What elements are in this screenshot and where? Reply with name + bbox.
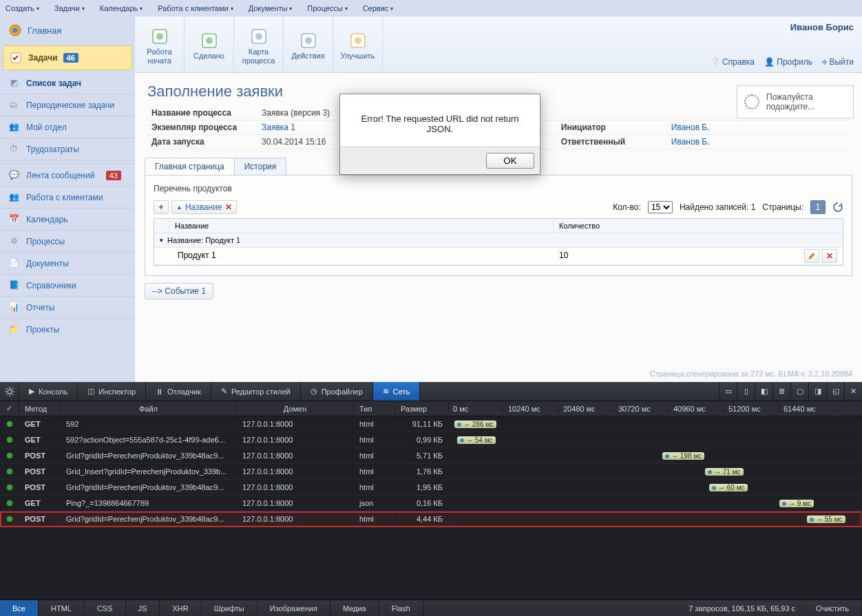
- network-row[interactable]: GETPing?_=1398864667789127.0.0.1:8000jso…: [0, 496, 862, 511]
- filter-изображения[interactable]: Изображения: [257, 600, 330, 616]
- tab-icon: ◫: [87, 387, 94, 396]
- toolbar-button[interactable]: Сделано: [185, 17, 234, 72]
- network-header: ✓ Метод Файл Домен Тип Размер 0 мс10240 …: [0, 401, 862, 416]
- qty-select[interactable]: 15: [648, 201, 673, 213]
- menubar: Создать▾Задачи▾Календарь▾Работа с клиент…: [0, 0, 862, 17]
- sidebar-item[interactable]: 📊Отчеты: [0, 296, 135, 318]
- filter-css[interactable]: CSS: [85, 600, 126, 616]
- clear-button[interactable]: Очистить: [803, 600, 862, 616]
- refresh-icon[interactable]: [832, 202, 843, 213]
- popout-icon[interactable]: ◱: [826, 382, 844, 401]
- split-icon[interactable]: ◨: [808, 382, 826, 401]
- delete-row-button[interactable]: ✕: [822, 249, 837, 263]
- toolbar-button[interactable]: Улучшить: [333, 17, 383, 72]
- sidebar-item[interactable]: ⏱Трудозатраты: [0, 138, 135, 160]
- network-row[interactable]: GET592?actionObject=555a587d-25c1-4f99-a…: [0, 432, 862, 448]
- col-name[interactable]: Название: [169, 219, 554, 233]
- event-button[interactable]: --> Событие 1: [145, 283, 213, 299]
- sort-tag[interactable]: ▲Название✕: [171, 200, 237, 214]
- sidebar-item[interactable]: 💬Лента сообщений43: [0, 164, 135, 186]
- filter-медиа[interactable]: Медиа: [330, 600, 379, 616]
- menu-создать[interactable]: Создать▾: [6, 4, 39, 12]
- col-size[interactable]: Размер: [395, 401, 449, 416]
- network-row[interactable]: POSTGrid_Insert?gridId=PerechenjProdukto…: [0, 464, 862, 480]
- devtools-tab[interactable]: ◫Инспектор: [78, 382, 146, 401]
- sidebar-tile-label: Задачи: [28, 53, 58, 63]
- toolbar-button[interactable]: Карта процесса: [234, 17, 284, 72]
- add-row-button[interactable]: +: [154, 200, 169, 214]
- network-stats: 7 запросов, 106,15 КБ, 65,93 с: [680, 600, 803, 616]
- status-dot: [7, 500, 12, 506]
- status-dot: [7, 453, 12, 458]
- sidebar-label: Список задач: [26, 78, 81, 88]
- ok-button[interactable]: OK: [486, 153, 534, 169]
- dock-icon[interactable]: ▭: [719, 382, 737, 401]
- sidebar-item[interactable]: 📘Справочники: [0, 274, 135, 296]
- sidebar-item[interactable]: 👥Работа с клиентами: [0, 186, 135, 208]
- svg-line-19: [12, 394, 13, 395]
- menu-календарь[interactable]: Календарь▾: [100, 4, 143, 12]
- sidebar-item[interactable]: 👥Мой отдел: [0, 116, 135, 138]
- sidebar-item[interactable]: ⚙Процессы: [0, 230, 135, 252]
- menu-сервис[interactable]: Сервис▾: [363, 4, 394, 12]
- col-type[interactable]: Тип: [354, 401, 395, 416]
- menu-работа с клиентами[interactable]: Работа с клиентами▾: [158, 4, 233, 12]
- filter-html[interactable]: HTML: [39, 600, 85, 616]
- content-tab[interactable]: Главная страница: [145, 158, 235, 175]
- col-domain[interactable]: Домен: [237, 401, 354, 416]
- spinner-icon: [744, 94, 759, 109]
- sidebar-home[interactable]: Главная: [0, 17, 135, 44]
- edit-row-button[interactable]: [804, 249, 819, 263]
- col-status[interactable]: ✓: [0, 401, 19, 416]
- close-devtools-icon[interactable]: ✕: [844, 382, 862, 401]
- help-link[interactable]: ❔ Справка: [710, 57, 755, 67]
- menu-процессы[interactable]: Процессы▾: [307, 4, 347, 12]
- page-footer: Страница сгенерирована за 272 мс. ELMA v…: [650, 370, 852, 378]
- col-file[interactable]: Файл: [61, 401, 237, 416]
- toolbar-button[interactable]: Действия: [284, 17, 333, 72]
- toolbar-button[interactable]: Работа начата: [135, 17, 185, 72]
- filter-шрифты[interactable]: Шрифты: [202, 600, 257, 616]
- network-row[interactable]: GET592127.0.0.1:8000html91,11 КБ→ 286 мс: [0, 416, 862, 432]
- sidebar-tasks-tile[interactable]: Задачи 46: [3, 45, 132, 70]
- gear-icon[interactable]: [0, 382, 19, 401]
- page-number[interactable]: 1: [810, 200, 826, 214]
- scratchpad-icon[interactable]: ≣: [772, 382, 790, 401]
- status-dot: [7, 437, 12, 443]
- grid-group[interactable]: ▾Название: Продукт 1: [154, 233, 843, 248]
- devtools-tab[interactable]: ⏸Отладчик: [146, 382, 211, 401]
- content-tab[interactable]: История: [234, 158, 287, 175]
- sidebar-item[interactable]: 📅Календарь: [0, 208, 135, 230]
- network-row[interactable]: POSTGrid?gridId=PerechenjProduktov_339b4…: [0, 511, 862, 527]
- 3d-icon[interactable]: ◧: [755, 382, 772, 401]
- sidebar-item[interactable]: 📄Документы: [0, 252, 135, 274]
- devtools-tab[interactable]: ▶Консоль: [19, 382, 78, 401]
- col-method[interactable]: Метод: [19, 401, 61, 416]
- sidebar-label: Отчеты: [26, 303, 54, 312]
- devtools-tab[interactable]: ◷Профайлер: [301, 382, 373, 401]
- sidebar-icon: 📄: [8, 258, 19, 269]
- devtools-tab[interactable]: ≋Сеть: [373, 382, 420, 401]
- col-qty[interactable]: Количество: [554, 219, 843, 233]
- logout-link[interactable]: ⎆ Выйти: [822, 57, 854, 67]
- qty-label: Кол-во:: [613, 202, 641, 212]
- filter-все[interactable]: Все: [0, 600, 39, 616]
- menu-задачи[interactable]: Задачи▾: [54, 4, 85, 12]
- profile-link[interactable]: 👤 Профиль: [764, 57, 812, 67]
- sidebar-item[interactable]: 🗂Периодические задачи: [0, 94, 135, 116]
- filter-flash[interactable]: Flash: [379, 600, 423, 616]
- filter-js[interactable]: JS: [126, 600, 160, 616]
- sidebar-item[interactable]: 📁Проекты: [0, 318, 135, 340]
- devtools-tab[interactable]: ✎Редактор стилей: [211, 382, 301, 401]
- responsive-icon[interactable]: ▯: [737, 382, 755, 401]
- network-row[interactable]: POSTGrid?gridId=PerechenjProduktov_339b4…: [0, 448, 862, 464]
- network-row[interactable]: POSTGrid?gridId=PerechenjProduktov_339b4…: [0, 480, 862, 496]
- menu-документы[interactable]: Документы▾: [249, 4, 293, 12]
- sidebar-label: Мой отдел: [26, 123, 67, 132]
- remove-sort-icon[interactable]: ✕: [225, 202, 232, 212]
- timeline-tick: 61440 мс: [779, 405, 834, 413]
- filter-xhr[interactable]: XHR: [160, 600, 201, 616]
- screenshot-icon[interactable]: ▢: [790, 382, 808, 401]
- timeline-tick: 40960 мс: [669, 405, 724, 413]
- sidebar-item[interactable]: ◩Список задач: [0, 72, 135, 94]
